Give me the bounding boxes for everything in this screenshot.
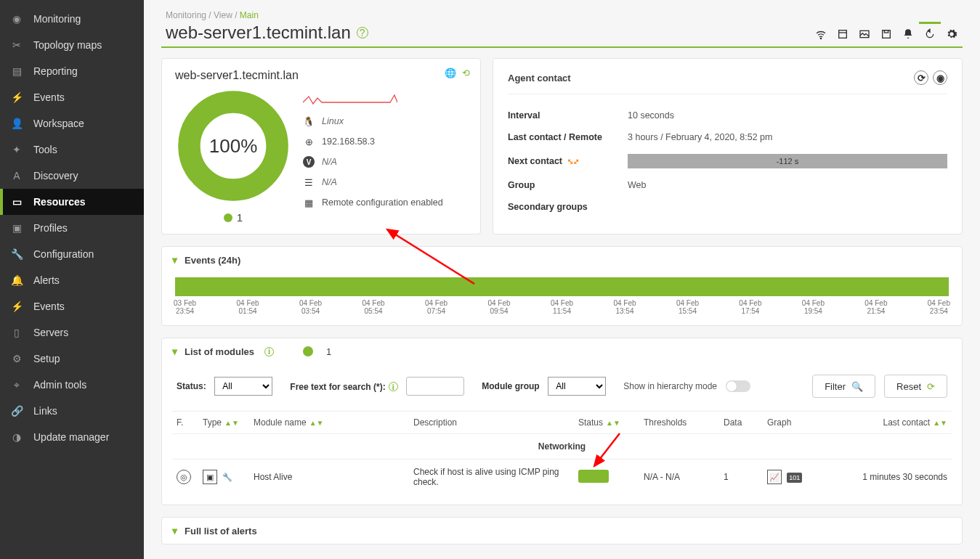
page-title-text: web-server1.tecmint.lan [166, 23, 351, 43]
sidebar-item-setup[interactable]: ⚙Setup [0, 346, 144, 372]
sidebar: ◉Monitoring ✂Topology maps ▤Reporting ⚡E… [0, 0, 144, 559]
value-badge[interactable]: 101 [787, 473, 802, 483]
last-contact-label: Last contact / Remote [508, 132, 628, 142]
sidebar-item-topology[interactable]: ✂Topology maps [0, 32, 144, 58]
sidebar-item-events[interactable]: ⚡Events [0, 84, 144, 110]
config-icon: ▦ [303, 197, 315, 208]
breadcrumb-seg[interactable]: Monitoring [166, 10, 206, 20]
sidebar-item-configuration[interactable]: 🔧Configuration [0, 241, 144, 267]
breadcrumb-seg[interactable]: View [214, 10, 232, 20]
col-status[interactable]: Status▲▼ [574, 412, 639, 434]
events-24h-header[interactable]: ▾Events (24h) [162, 247, 962, 273]
bolt-icon: ⚡ [10, 300, 23, 313]
user-icon: 👤 [10, 117, 23, 130]
sidebar-item-label: Topology maps [33, 39, 102, 51]
module-group-row: Networking [172, 434, 952, 460]
floppy-icon[interactable] [875, 22, 897, 44]
filter-button[interactable]: Filter🔍 [812, 375, 875, 398]
wrench-icon[interactable]: 🔧 [220, 470, 235, 484]
last-contact-value: 3 hours / February 4, 2020, 8:52 pm [628, 132, 772, 142]
bell-icon[interactable] [897, 22, 919, 44]
wifi-icon[interactable] [810, 22, 832, 44]
hierarchy-toggle[interactable] [726, 380, 750, 392]
remote-value: Remote configuration enabled [322, 197, 443, 208]
svg-point-0 [820, 38, 821, 38]
back-icon[interactable] [919, 22, 941, 44]
events-timeline [175, 277, 949, 296]
sidebar-item-links[interactable]: 🔗Links [0, 398, 144, 424]
col-name[interactable]: Module name▲▼ [249, 412, 409, 434]
bullseye-icon[interactable]: ◎ [177, 470, 191, 484]
modules-count: 1 [326, 346, 331, 357]
group-filter-label: Module group [482, 381, 539, 391]
agent-summary-card: web-server1.tecmint.lan 🌐 ⟲ 100% 1 [161, 58, 481, 234]
chevron-down-icon: ▾ [172, 254, 177, 266]
search-label: Free text for search (*):i [290, 382, 397, 392]
gear-icon: ⚙ [10, 352, 23, 365]
page-header: web-server1.tecmint.lan ? [161, 22, 963, 48]
sidebar-item-reporting[interactable]: ▤Reporting [0, 58, 144, 84]
sidebar-item-label: Tools [33, 144, 57, 155]
health-percent: 100% [175, 88, 291, 204]
sidebar-item-workspace[interactable]: 👤Workspace [0, 110, 144, 136]
help-icon[interactable]: ? [357, 27, 368, 38]
sidebar-item-label: Events [33, 91, 65, 103]
col-thresh: Thresholds [639, 412, 719, 434]
svg-rect-1 [839, 30, 847, 38]
globe-icon[interactable]: 🌐 [445, 68, 456, 78]
modules-header[interactable]: ▾ List of modules i 1 [162, 338, 962, 364]
col-type[interactable]: Type▲▼ [198, 412, 249, 434]
axis-tick: 04 Feb19:54 [802, 299, 825, 315]
modules-filter-row: Status: All Free text for search (*):i M… [172, 364, 952, 411]
col-f: F. [172, 412, 198, 434]
group-filter-select[interactable]: All [548, 377, 606, 396]
header-actions [810, 22, 963, 44]
panel-icon[interactable] [832, 22, 854, 44]
graph-icon[interactable]: 📈 [767, 470, 782, 484]
axis-tick: 04 Feb03:54 [299, 299, 322, 315]
refresh-button[interactable]: ⟳ [914, 70, 928, 85]
search-input[interactable] [406, 377, 464, 396]
col-last[interactable]: Last contact▲▼ [843, 412, 952, 434]
image-icon[interactable] [854, 22, 875, 44]
remote-icon[interactable]: ⟲ [462, 68, 470, 78]
sidebar-item-update[interactable]: ◑Update manager [0, 424, 144, 450]
sidebar-item-resources[interactable]: ▭Resources [0, 189, 144, 215]
gear-icon[interactable] [941, 22, 963, 44]
sidebar-item-admin-tools[interactable]: ⌖Admin tools [0, 372, 144, 398]
module-group-name: Networking [172, 434, 952, 460]
modules-panel: ▾ List of modules i 1 Status: All Free t… [161, 338, 963, 505]
breadcrumb: Monitoring / View / Main [166, 10, 963, 20]
sidebar-item-servers[interactable]: ▯Servers [0, 319, 144, 346]
col-desc: Description [409, 412, 574, 434]
help-icon[interactable]: i [264, 347, 274, 356]
sidebar-item-profiles[interactable]: ▣Profiles [0, 215, 144, 241]
status-filter-select[interactable]: All [214, 377, 272, 396]
events-24h-panel: ▾Events (24h) 03 Feb23:5404 Feb01:5404 F… [161, 246, 963, 326]
sort-icon: ▲▼ [606, 421, 620, 425]
sidebar-item-label: Profiles [33, 222, 68, 234]
bolt-icon: ⚡ [10, 91, 23, 104]
events-24h-title: Events (24h) [185, 255, 240, 266]
module-row[interactable]: ◎ ▣🔧 Host Alive Check if host is alive u… [172, 460, 952, 495]
sidebar-item-alerts[interactable]: 🔔Alerts [0, 267, 144, 293]
sidebar-item-events2[interactable]: ⚡Events [0, 293, 144, 319]
next-contact-bar: -112 s [628, 154, 947, 168]
desc-row: ☰N/A [303, 176, 443, 188]
axis-tick: 04 Feb07:54 [425, 299, 448, 315]
update-icon: ◑ [10, 431, 23, 444]
type-icon[interactable]: ▣ [203, 470, 217, 484]
help-icon[interactable]: i [389, 382, 398, 391]
sidebar-item-tools[interactable]: ✦Tools [0, 136, 144, 163]
interval-label: Interval [508, 110, 628, 121]
health-donut: 100% [175, 88, 291, 204]
link-icon: 🔗 [10, 404, 23, 417]
axis-tick: 04 Feb11:54 [551, 299, 573, 315]
force-button[interactable]: ◉ [933, 70, 947, 85]
sidebar-item-label: Discovery [33, 170, 78, 181]
sidebar-item-discovery[interactable]: ADiscovery [0, 163, 144, 189]
alerts-header[interactable]: ▾Full list of alerts [162, 518, 962, 544]
sidebar-item-monitoring[interactable]: ◉Monitoring [0, 6, 144, 32]
eye-icon: ◉ [10, 12, 23, 25]
reset-button[interactable]: Reset⟳ [884, 375, 947, 398]
